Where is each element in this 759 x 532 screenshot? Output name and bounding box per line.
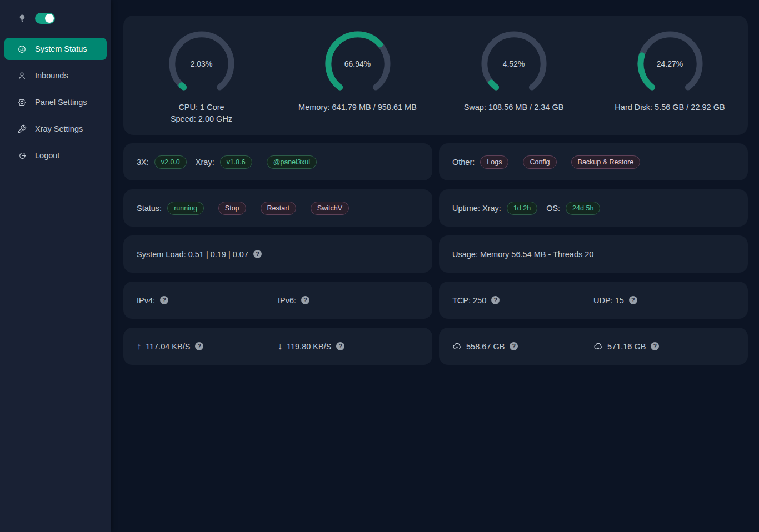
total-received: 571.16 GB	[607, 342, 646, 351]
panel-version-tag[interactable]: v2.0.0	[154, 155, 187, 169]
sidebar-item-xray-settings[interactable]: Xray Settings	[4, 118, 107, 140]
cloud-upload-icon	[452, 342, 462, 351]
sidebar-item-label: Xray Settings	[35, 124, 83, 133]
question-circle-icon[interactable]: ?	[510, 342, 518, 350]
udp-group: UDP: 15 ?	[593, 296, 735, 305]
label-os: OS:	[546, 204, 560, 213]
sidebar-item-label: Logout	[35, 151, 59, 160]
sidebar-item-label: System Status	[35, 44, 87, 53]
total-received-group: 571.16 GB ?	[593, 342, 735, 351]
memory-gauge: 66.94% Memory: 641.79 MB / 958.61 MB	[279, 31, 436, 135]
arrow-up-icon: ↑	[137, 342, 141, 352]
net-total-card: 558.67 GB ? 571.16 GB ?	[439, 328, 748, 365]
gear-icon	[17, 98, 27, 107]
stop-button[interactable]: Stop	[218, 202, 246, 215]
telegram-channel-tag[interactable]: @panel3xui	[267, 155, 317, 169]
sidebar-item-label: Inbounds	[35, 71, 68, 80]
download-speed-group: ↓ 119.80 KB/S ?	[278, 342, 419, 352]
switch-version-button[interactable]: SwitchV	[311, 202, 349, 215]
label-status: Status:	[137, 204, 162, 213]
ipv6-label: IPv6:	[278, 296, 296, 305]
question-circle-icon[interactable]: ?	[253, 250, 262, 258]
usage-text: Usage: Memory 56.54 MB - Threads 20	[452, 250, 593, 259]
cpu-label: CPU: 1 CoreSpeed: 2.00 GHz	[171, 102, 232, 125]
question-circle-icon[interactable]: ?	[629, 296, 637, 304]
cpu-percent: 2.03%	[169, 31, 234, 97]
dark-mode-toggle[interactable]	[35, 13, 55, 24]
system-load-text: System Load: 0.51 | 0.19 | 0.07	[137, 250, 248, 259]
backup-restore-button[interactable]: Backup & Restore	[571, 155, 641, 169]
hard-disk-label: Hard Disk: 5.56 GB / 22.92 GB	[615, 102, 725, 113]
download-speed: 119.80 KB/S	[287, 342, 331, 351]
cpu-gauge: 2.03% CPU: 1 CoreSpeed: 2.00 GHz	[123, 31, 279, 135]
upload-speed: 117.04 KB/S	[146, 342, 190, 351]
restart-button[interactable]: Restart	[261, 202, 296, 215]
tcp-group: TCP: 250 ?	[452, 296, 593, 305]
label-uptime-xray: Uptime: Xray:	[452, 204, 501, 213]
cloud-download-icon	[593, 342, 603, 351]
hard-disk-gauge: 24.27% Hard Disk: 5.56 GB / 22.92 GB	[592, 31, 748, 135]
theme-toggle-row	[0, 11, 111, 26]
system-status-page: 2.03% CPU: 1 CoreSpeed: 2.00 GHz 66.94% …	[111, 0, 759, 532]
hard-disk-percent: 24.27%	[637, 31, 703, 97]
ipv4-group: IPv4: ?	[137, 296, 278, 305]
resource-gauges-card: 2.03% CPU: 1 CoreSpeed: 2.00 GHz 66.94% …	[123, 16, 748, 135]
system-load-card: System Load: 0.51 | 0.19 | 0.07 ?	[123, 235, 432, 273]
connections-card: TCP: 250 ? UDP: 15 ?	[439, 282, 748, 319]
swap-label: Swap: 108.56 MB / 2.34 GB	[464, 102, 564, 113]
tcp-count: TCP: 250	[452, 296, 486, 305]
ipv6-group: IPv6: ?	[278, 296, 419, 305]
label-other: Other:	[452, 158, 475, 167]
sidebar: System Status Inbounds Panel Settings Xr…	[0, 0, 111, 532]
memory-label: Memory: 641.79 MB / 958.61 MB	[298, 102, 417, 113]
question-circle-icon[interactable]: ?	[491, 296, 500, 304]
swap-percent: 4.52%	[481, 31, 547, 97]
user-icon	[17, 71, 27, 81]
label-3x: 3X:	[137, 158, 149, 167]
usage-card: Usage: Memory 56.54 MB - Threads 20	[439, 235, 748, 273]
sidebar-item-logout[interactable]: Logout	[4, 144, 107, 167]
wrench-icon	[17, 124, 27, 134]
sidebar-menu: System Status Inbounds Panel Settings Xr…	[0, 38, 111, 167]
udp-count: UDP: 15	[593, 296, 624, 305]
dashboard-icon	[17, 44, 27, 54]
ipv4-label: IPv4:	[137, 296, 155, 305]
status-badge: running	[167, 202, 204, 215]
xray-version-tag[interactable]: v1.8.6	[220, 155, 252, 169]
memory-percent: 66.94%	[325, 31, 391, 97]
sidebar-item-panel-settings[interactable]: Panel Settings	[4, 91, 107, 113]
os-uptime-badge: 24d 5h	[566, 202, 600, 215]
question-circle-icon[interactable]: ?	[160, 296, 168, 304]
xray-uptime-badge: 1d 2h	[507, 202, 537, 215]
status-card: Status: running Stop Restart SwitchV	[123, 189, 432, 227]
info-grid: 3X: v2.0.0 Xray: v1.8.6 @panel3xui Other…	[123, 143, 748, 365]
question-circle-icon[interactable]: ?	[195, 342, 203, 350]
other-card: Other: Logs Config Backup & Restore	[439, 143, 748, 180]
sidebar-item-label: Panel Settings	[35, 98, 87, 107]
total-sent: 558.67 GB	[466, 342, 505, 351]
config-button[interactable]: Config	[523, 155, 556, 169]
logs-button[interactable]: Logs	[480, 155, 508, 169]
sidebar-item-system-status[interactable]: System Status	[4, 38, 107, 60]
arrow-down-icon: ↓	[278, 342, 282, 352]
toggle-knob	[45, 14, 54, 23]
swap-gauge: 4.52% Swap: 108.56 MB / 2.34 GB	[436, 31, 592, 135]
ip-card: IPv4: ? IPv6: ?	[123, 282, 432, 319]
question-circle-icon[interactable]: ?	[651, 342, 659, 350]
question-circle-icon[interactable]: ?	[301, 296, 309, 304]
question-circle-icon[interactable]: ?	[336, 342, 344, 350]
sidebar-item-inbounds[interactable]: Inbounds	[4, 64, 107, 87]
light-bulb-icon	[17, 12, 27, 24]
label-xray: Xray:	[196, 158, 214, 167]
version-card: 3X: v2.0.0 Xray: v1.8.6 @panel3xui	[123, 143, 432, 180]
net-speed-card: ↑ 117.04 KB/S ? ↓ 119.80 KB/S ?	[123, 328, 432, 365]
total-sent-group: 558.67 GB ?	[452, 342, 593, 351]
logout-icon	[17, 151, 27, 160]
uptime-card: Uptime: Xray: 1d 2h OS: 24d 5h	[439, 189, 748, 227]
upload-speed-group: ↑ 117.04 KB/S ?	[137, 342, 278, 352]
